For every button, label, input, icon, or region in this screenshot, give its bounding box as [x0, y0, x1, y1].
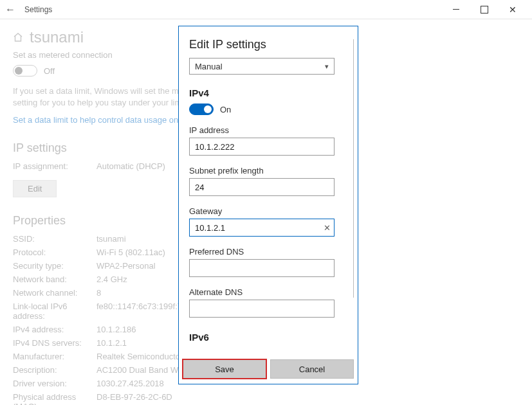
ipv4-heading: IPv4	[189, 87, 347, 98]
cancel-button[interactable]: Cancel	[270, 359, 354, 379]
close-button[interactable]: ✕	[499, 1, 527, 19]
alternate-dns-input[interactable]	[189, 300, 335, 318]
ipv4-toggle[interactable]	[189, 104, 214, 115]
subnet-label: Subnet prefix length	[189, 166, 347, 176]
subnet-input[interactable]	[189, 178, 335, 196]
dialog-title: Edit IP settings	[189, 38, 347, 51]
preferred-dns-input[interactable]	[189, 259, 335, 277]
window-title: Settings	[24, 5, 52, 14]
save-button[interactable]: Save	[183, 359, 266, 379]
chevron-down-icon: ▾	[325, 62, 329, 71]
ip-address-input[interactable]	[189, 138, 335, 156]
ip-mode-select[interactable]: Manual ▾	[189, 58, 335, 75]
titlebar: ← Settings ✕	[0, 0, 532, 19]
clear-input-icon[interactable]: ✕	[324, 219, 331, 237]
back-button[interactable]: ←	[5, 4, 18, 15]
preferred-dns-label: Preferred DNS	[189, 247, 347, 256]
alternate-dns-label: Alternate DNS	[189, 287, 347, 297]
gateway-input[interactable]	[189, 219, 335, 237]
gateway-label: Gateway	[189, 206, 347, 216]
ipv4-toggle-state: On	[220, 105, 231, 114]
edit-ip-settings-dialog: Edit IP settings Manual ▾ IPv4 On IP add…	[178, 26, 358, 384]
ip-mode-value: Manual	[195, 62, 223, 71]
minimize-button[interactable]	[442, 1, 470, 19]
scrollbar[interactable]	[353, 39, 354, 298]
ip-address-label: IP address	[189, 125, 347, 135]
maximize-button[interactable]	[470, 1, 499, 19]
ipv6-heading: IPv6	[189, 332, 347, 343]
